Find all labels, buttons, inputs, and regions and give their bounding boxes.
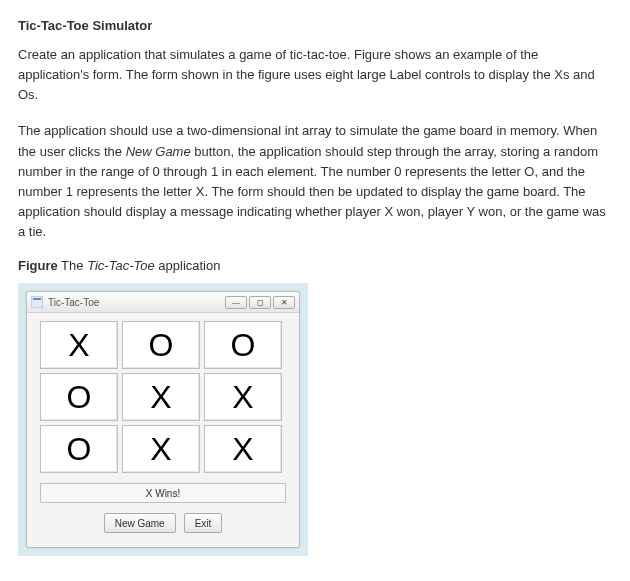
board-cell: X [204,373,282,421]
window-buttons: — ◻ ✕ [225,296,295,309]
figure-caption: Figure The Tic-Tac-Toe application [18,258,612,273]
new-game-button[interactable]: New Game [104,513,176,533]
intro-paragraph-2: The application should use a two-dimensi… [18,121,612,242]
button-row: New Game Exit [35,513,291,533]
app-icon [31,296,43,308]
close-button[interactable]: ✕ [273,296,295,309]
svg-rect-1 [33,298,41,300]
form-body: X O O O X X O X X X Wins! New Game Exit [27,313,299,537]
document-page: Tic-Tac-Toe Simulator Create an applicat… [0,0,630,576]
figure-text-b: application [155,258,221,273]
board-cell: X [40,321,118,369]
para2-emphasis: New Game [126,144,191,159]
figure-emphasis: Tic-Tac-Toe [87,258,155,273]
titlebar: Tic-Tac-Toe — ◻ ✕ [27,292,299,313]
intro-paragraph-1: Create an application that simulates a g… [18,45,612,105]
board-cell: X [204,425,282,473]
board-cell: O [122,321,200,369]
figure-label: Figure [18,258,58,273]
page-title: Tic-Tac-Toe Simulator [18,18,612,33]
board-cell: O [204,321,282,369]
window-title: Tic-Tac-Toe [48,297,225,308]
svg-rect-0 [31,296,43,308]
board-cell: O [40,373,118,421]
minimize-button[interactable]: — [225,296,247,309]
board-cell: O [40,425,118,473]
figure-text-a: The [58,258,87,273]
app-window: Tic-Tac-Toe — ◻ ✕ X O O O X X O X X [26,291,300,548]
game-board: X O O O X X O X X [40,321,286,473]
exit-button[interactable]: Exit [184,513,223,533]
board-cell: X [122,373,200,421]
board-cell: X [122,425,200,473]
maximize-button[interactable]: ◻ [249,296,271,309]
figure-container: Tic-Tac-Toe — ◻ ✕ X O O O X X O X X [18,283,308,556]
status-label: X Wins! [40,483,286,503]
status-container: X Wins! [40,483,286,503]
